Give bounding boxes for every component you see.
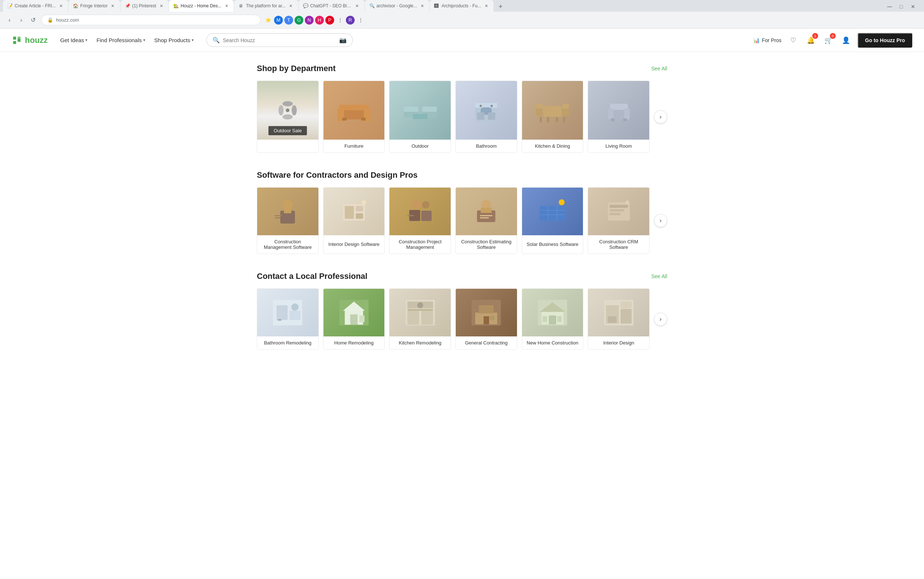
svg-rect-34	[608, 108, 613, 119]
tab-close-4[interactable]: ✕	[224, 3, 229, 9]
software-card-construction-mgmt[interactable]: Construction Management Software	[257, 187, 319, 254]
tab-houzz[interactable]: 🏡 Houzz - Home Des... ✕	[169, 0, 234, 12]
software-card-construction-est-label: Construction Estimating Software	[456, 235, 517, 254]
ext-bookmark[interactable]: ⭐	[264, 16, 273, 25]
software-card-interior-design-sw-img	[323, 188, 385, 235]
heart-icon: ♡	[790, 36, 796, 44]
interior-svg	[602, 298, 635, 327]
svg-rect-51	[421, 211, 432, 221]
dept-card-furniture[interactable]: Furniture	[323, 81, 385, 153]
dept-card-outdoor[interactable]: Outdoor	[389, 81, 451, 153]
go-pro-button[interactable]: Go to Houzz Pro	[858, 33, 912, 47]
tab-close-6[interactable]: ✕	[354, 3, 360, 9]
pro-card-new-home[interactable]: New Home Construction	[522, 288, 584, 350]
tab-close-3[interactable]: ✕	[158, 3, 164, 9]
ceiling-fan-svg	[273, 96, 302, 125]
tab-pinterest[interactable]: 📌 (1) Pinterest ✕	[121, 0, 168, 12]
pro-card-home-rem[interactable]: Home Remodeling	[323, 288, 385, 350]
pro-card-kitchen-rem-img	[389, 289, 451, 336]
ext-6[interactable]: P	[325, 16, 334, 25]
tab-platform[interactable]: 🖥 The platform for ar... ✕	[234, 0, 298, 12]
camera-icon[interactable]: 📷	[339, 37, 346, 44]
pro-card-kitchen-rem[interactable]: Kitchen Remodeling	[389, 288, 451, 350]
shop-see-all-link[interactable]: See All	[651, 65, 667, 72]
tab-fringe[interactable]: 🏠 Fringe Interior ✕	[69, 0, 120, 12]
nav-get-ideas[interactable]: Get Ideas ▾	[56, 34, 91, 46]
svg-point-1	[282, 101, 293, 106]
software-card-construction-est-img	[456, 188, 517, 235]
svg-rect-77	[350, 314, 358, 325]
dept-card-kitchen-dining-img	[522, 81, 583, 140]
ext-3[interactable]: G	[295, 16, 304, 25]
ext-4[interactable]: N	[305, 16, 313, 25]
account-button[interactable]: 👤	[840, 34, 852, 46]
ext-2[interactable]: T	[284, 16, 293, 25]
tab-close-7[interactable]: ✕	[419, 3, 425, 9]
svg-rect-55	[481, 208, 492, 213]
tab-title-8: Archiproducts - Fu...	[441, 3, 481, 8]
tab-create-article[interactable]: 📝 Create Article - FRI... ✕	[3, 0, 68, 12]
address-bar[interactable]: 🔒 houzz.com	[41, 15, 261, 25]
cart-badge: 0	[830, 33, 836, 39]
professionals-carousel-next-button[interactable]: ›	[654, 312, 667, 326]
dept-card-bathroom[interactable]: Bathroom	[455, 81, 518, 153]
svg-point-3	[282, 114, 293, 119]
search-input[interactable]	[223, 38, 336, 43]
dept-card-outdoor-sale[interactable]: Outdoor Sale	[257, 81, 319, 153]
software-card-construction-proj[interactable]: Construction Project Management	[389, 187, 451, 254]
software-carousel-next-button[interactable]: ›	[654, 214, 667, 227]
pro-card-interior[interactable]: Interior Design	[588, 288, 650, 350]
svg-rect-65	[610, 205, 628, 208]
tab-close-8[interactable]: ✕	[483, 3, 489, 9]
ext-profile[interactable]: R	[346, 16, 355, 25]
svg-rect-88	[483, 316, 489, 324]
software-cards-row: Construction Management Software Interio…	[257, 187, 667, 254]
tab-close-2[interactable]: ✕	[110, 3, 116, 9]
nav-find-professionals[interactable]: Find Professionals ▾	[93, 34, 149, 46]
software-card-construction-est[interactable]: Construction Estimating Software	[455, 187, 518, 254]
pro-card-interior-label: Interior Design	[588, 336, 649, 349]
maximize-button[interactable]: □	[896, 2, 906, 12]
dept-card-kitchen-dining[interactable]: Kitchen & Dining	[522, 81, 584, 153]
pro-card-general-cont[interactable]: General Contracting	[455, 288, 518, 350]
nav-shop-products[interactable]: Shop Products ▾	[150, 34, 198, 46]
software-card-construction-crm[interactable]: Construction CRM Software	[588, 187, 650, 254]
tab-close-1[interactable]: ✕	[58, 3, 64, 9]
tab-archivisor[interactable]: 🔍 archivisor - Google... ✕	[365, 0, 430, 12]
notifications-button[interactable]: 🔔 1	[805, 34, 817, 46]
svg-rect-40	[284, 208, 291, 213]
back-button[interactable]: ‹	[4, 15, 15, 25]
ext-1[interactable]: M	[274, 16, 283, 25]
browser-menu[interactable]: ⋮	[356, 16, 365, 25]
minimize-button[interactable]: ─	[885, 2, 895, 12]
software-card-construction-mgmt-label: Construction Management Software	[257, 235, 318, 254]
professionals-section-title: Contact a Local Professional	[257, 272, 367, 281]
new-home-svg	[536, 298, 569, 327]
tab-chatgpt[interactable]: 💬 ChatGPT - SEO Blo... ✕	[299, 0, 364, 12]
svg-rect-27	[556, 117, 558, 123]
forward-button[interactable]: ›	[16, 15, 26, 25]
search-bar[interactable]: 🔍 📷	[206, 33, 353, 47]
software-card-solar[interactable]: Solar Business Software	[522, 187, 584, 254]
pro-card-bathroom-rem[interactable]: Bathroom Remodeling	[257, 288, 319, 350]
nav-buttons: ‹ › ↺	[4, 15, 38, 25]
construction-proj-svg	[404, 197, 437, 226]
for-pros-button[interactable]: 📊 For Pros	[753, 38, 782, 43]
cart-button[interactable]: 🛒 0	[823, 34, 834, 46]
tab-archiproducts[interactable]: 🅰 Archiproducts - Fu... ✕	[430, 0, 493, 12]
new-tab-button[interactable]: +	[495, 2, 506, 12]
ext-5[interactable]: H	[315, 16, 324, 25]
svg-rect-93	[549, 316, 556, 324]
refresh-button[interactable]: ↺	[28, 15, 38, 25]
shop-carousel-next-button[interactable]: ›	[654, 110, 667, 123]
dept-card-living-room[interactable]: Living Room	[588, 81, 650, 153]
favorites-button[interactable]: ♡	[787, 34, 799, 46]
software-card-interior-design-sw[interactable]: Interior Design Software	[323, 187, 385, 254]
houzz-logo[interactable]: houzz	[12, 35, 47, 46]
nav-get-ideas-arrow: ▾	[85, 38, 88, 43]
professionals-see-all-link[interactable]: See All	[651, 273, 667, 279]
tab-close-5[interactable]: ✕	[288, 3, 294, 9]
close-browser-button[interactable]: ✕	[908, 2, 918, 12]
ext-extensions[interactable]: ⋮	[336, 16, 344, 25]
dept-card-bathroom-img	[456, 81, 517, 140]
